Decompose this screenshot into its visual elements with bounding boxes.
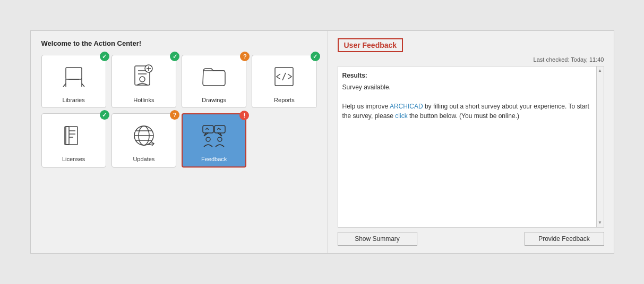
drawings-badge bbox=[240, 52, 250, 61]
drawings-icon bbox=[198, 61, 230, 93]
items-grid: Libraries bbox=[41, 55, 317, 168]
feedback-label: Feedback bbox=[201, 156, 227, 162]
last-checked: Last checked: Today, 11:40 bbox=[338, 56, 604, 63]
updates-badge bbox=[170, 110, 179, 120]
hotlinks-label: Hotlinks bbox=[133, 97, 154, 103]
grid-item-libraries[interactable]: Libraries bbox=[41, 55, 106, 108]
show-summary-button[interactable]: Show Summary bbox=[338, 232, 417, 246]
licenses-badge bbox=[100, 110, 109, 120]
grid-item-updates[interactable]: Updates bbox=[111, 113, 176, 168]
updates-icon bbox=[128, 120, 160, 152]
grid-item-drawings[interactable]: Drawings bbox=[182, 55, 246, 108]
reports-label: Reports bbox=[274, 97, 295, 103]
svg-rect-17 bbox=[66, 127, 69, 145]
scroll-down-arrow[interactable]: ▼ bbox=[598, 220, 602, 226]
grid-item-feedback[interactable]: Feedback bbox=[182, 113, 246, 168]
main-container: Welcome to the Action Center! bbox=[0, 0, 644, 284]
updates-label: Updates bbox=[133, 156, 154, 162]
drawings-label: Drawings bbox=[202, 97, 226, 103]
svg-point-9 bbox=[140, 77, 145, 82]
feedback-badge bbox=[239, 111, 249, 120]
svg-marker-27 bbox=[204, 133, 208, 136]
user-feedback-title: User Feedback bbox=[338, 38, 403, 52]
feedback-icon bbox=[198, 120, 230, 152]
provide-feedback-button[interactable]: Provide Feedback bbox=[525, 232, 604, 246]
svg-rect-0 bbox=[66, 68, 82, 79]
scroll-up-arrow[interactable]: ▲ bbox=[598, 68, 602, 74]
results-box: Results: Survey available. Help us impro… bbox=[338, 66, 604, 228]
click-link[interactable]: click bbox=[395, 112, 407, 120]
reports-badge bbox=[311, 52, 320, 61]
results-label: Results: bbox=[342, 71, 599, 80]
grid-item-hotlinks[interactable]: Hotlinks bbox=[111, 55, 176, 108]
survey-text: Help us improve ARCHICAD by filling out … bbox=[342, 102, 599, 121]
action-buttons: Show Summary Provide Feedback bbox=[338, 232, 604, 246]
svg-point-30 bbox=[206, 137, 210, 141]
archicad-link: ARCHICAD bbox=[390, 103, 423, 110]
licenses-label: Licenses bbox=[62, 156, 85, 162]
left-section: Welcome to the Action Center! bbox=[31, 31, 328, 253]
reports-icon bbox=[268, 61, 300, 93]
svg-rect-16 bbox=[65, 127, 78, 145]
scrollbar[interactable]: ▲ ▼ bbox=[596, 66, 604, 227]
licenses-icon bbox=[58, 120, 90, 152]
libraries-icon bbox=[58, 61, 90, 93]
libraries-label: Libraries bbox=[63, 97, 85, 103]
survey-available: Survey available. bbox=[342, 82, 599, 92]
right-section: User Feedback Last checked: Today, 11:40… bbox=[328, 31, 614, 253]
welcome-title: Welcome to the Action Center! bbox=[41, 39, 317, 47]
grid-item-reports[interactable]: Reports bbox=[252, 55, 316, 108]
libraries-badge bbox=[100, 52, 109, 61]
action-center-panel: Welcome to the Action Center! bbox=[30, 30, 614, 254]
svg-point-31 bbox=[218, 137, 222, 141]
svg-line-15 bbox=[282, 73, 286, 80]
hotlinks-badge bbox=[170, 52, 179, 61]
grid-item-licenses[interactable]: Licenses bbox=[41, 113, 106, 168]
hotlinks-icon bbox=[128, 61, 160, 93]
svg-marker-29 bbox=[218, 133, 222, 136]
